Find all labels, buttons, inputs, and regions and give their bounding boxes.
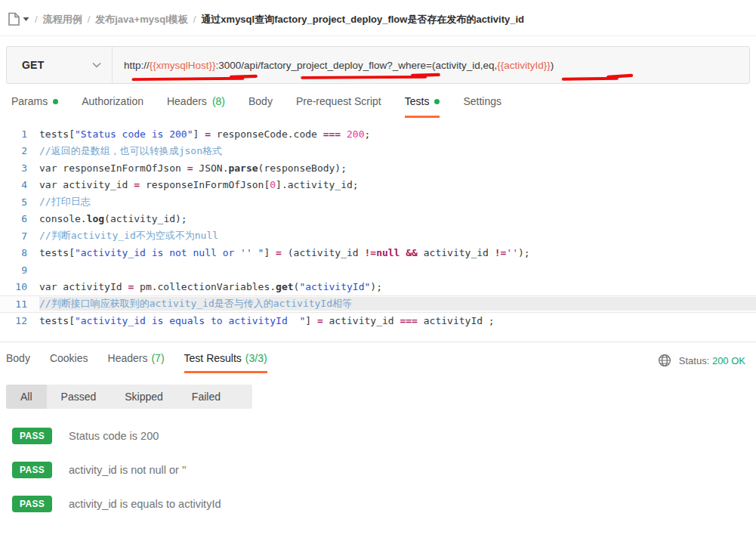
code-text: console.log(activity_id); <box>39 213 756 224</box>
status-label: Status: <box>679 355 709 366</box>
url-text: http:// <box>124 60 150 71</box>
tab-label: Body <box>6 352 30 364</box>
line-number: 1 <box>0 128 39 140</box>
caret-down-icon <box>23 17 29 22</box>
tab-body[interactable]: Body <box>248 95 273 118</box>
tab-pre-request-script[interactable]: Pre-request Script <box>296 95 381 118</box>
test-name: activity_id is not null or '' <box>69 464 186 476</box>
tab-label: Authorization <box>82 95 143 107</box>
tab-authorization[interactable]: Authorization <box>82 95 143 118</box>
method-label: GET <box>22 59 44 71</box>
line-number: 6 <box>0 213 39 224</box>
request-tabs: ParamsAuthorizationHeaders(8)BodyPre-req… <box>0 84 756 118</box>
line-number: 12 <box>0 315 39 326</box>
response-tabs: BodyCookiesHeaders(7)Test Results(3/3) <box>6 352 658 373</box>
line-number: 3 <box>0 162 39 174</box>
code-text: var responseInFormOfJson = JSON.parse(re… <box>39 162 756 174</box>
globe-icon <box>658 354 671 367</box>
breadcrumb-item-collection[interactable]: 流程用例 <box>43 13 82 26</box>
url-text: ) <box>551 60 554 71</box>
test-name: Status code is 200 <box>69 430 159 442</box>
tab-count: (8) <box>212 95 225 107</box>
code-line-2[interactable]: 2//返回的是数组，也可以转换成json格式 <box>0 143 756 160</box>
line-number: 9 <box>0 264 39 276</box>
tab-label: Headers <box>108 352 148 364</box>
test-result-filters: AllPassedSkippedFailed <box>6 385 252 409</box>
test-results-list: PASSStatus code is 200PASSactivity_id is… <box>0 428 756 512</box>
filter-all[interactable]: All <box>6 385 47 409</box>
test-name: activity_id is equals to activityId <box>69 498 221 510</box>
line-number: 8 <box>0 247 39 258</box>
tests-code-editor[interactable]: 1tests["Status code is 200"] = responseC… <box>0 125 756 329</box>
code-line-9[interactable]: 9 <box>0 261 756 279</box>
pass-badge: PASS <box>12 462 52 478</box>
breadcrumb: / 流程用例 / 发布java+mysql模板 / 通过xmysql查询fact… <box>0 0 756 36</box>
code-line-12[interactable]: 12tests["activity_id is equals to activi… <box>0 313 756 330</box>
code-line-4[interactable]: 4var activity_id = responseInFormOfJson[… <box>0 177 756 194</box>
tab-label: Test Results <box>184 352 242 364</box>
code-text: //返回的是数组，也可以转换成json格式 <box>39 144 756 158</box>
filter-skipped[interactable]: Skipped <box>110 385 177 409</box>
code-line-7[interactable]: 7//判断activity_id不为空或不为null <box>0 227 756 245</box>
code-text: //判断接口响应获取到的activity_id是否与传入的activityId相… <box>39 297 756 311</box>
tab-headers[interactable]: Headers(8) <box>167 95 225 118</box>
code-line-5[interactable]: 5//打印日志 <box>0 193 756 211</box>
line-number: 4 <box>0 179 39 190</box>
url-text: :3000/api/factory_project_deploy_flow?_w… <box>216 60 498 71</box>
test-result-row: PASSactivity_id is not null or '' <box>0 462 756 478</box>
line-number: 7 <box>0 230 39 242</box>
breadcrumb-separator: / <box>193 14 196 25</box>
tab-label: Pre-request Script <box>296 95 381 107</box>
pass-badge: PASS <box>12 428 52 444</box>
request-document-icon[interactable] <box>8 12 29 26</box>
response-tab-headers[interactable]: Headers(7) <box>108 352 165 373</box>
tab-label: Body <box>248 95 273 107</box>
status-value: 200 OK <box>712 355 745 366</box>
filter-passed[interactable]: Passed <box>47 385 111 409</box>
response-status: Status: 200 OK <box>658 352 745 367</box>
url-variable: {{xmysqlHost}} <box>150 60 216 71</box>
tab-label: Tests <box>405 95 430 107</box>
code-line-10[interactable]: 10var activityId = pm.collectionVariable… <box>0 279 756 296</box>
request-url-bar: GET http://{{xmysqlHost}}:3000/api/facto… <box>6 46 750 84</box>
tab-tests[interactable]: Tests <box>405 95 440 118</box>
breadcrumb-separator: / <box>88 14 91 25</box>
tab-settings[interactable]: Settings <box>463 95 501 118</box>
tab-label: Headers <box>167 95 207 107</box>
code-text: tests["Status code is 200"] = responseCo… <box>39 128 756 140</box>
code-text: //判断activity_id不为空或不为null <box>39 229 756 243</box>
code-text: tests["activity_id is not null or '' "] … <box>39 247 756 258</box>
tab-label: Settings <box>463 95 501 107</box>
doc-icon <box>8 12 20 26</box>
response-tab-body[interactable]: Body <box>6 352 30 373</box>
code-line-1[interactable]: 1tests["Status code is 200"] = responseC… <box>0 125 756 143</box>
green-dot-icon <box>53 99 58 104</box>
breadcrumb-item-folder[interactable]: 发布java+mysql模板 <box>95 13 187 26</box>
code-line-8[interactable]: 8tests["activity_id is not null or '' "]… <box>0 245 756 262</box>
code-text: //打印日志 <box>39 195 756 209</box>
tab-count: (7) <box>151 352 164 364</box>
green-dot-icon <box>434 99 440 104</box>
line-number: 5 <box>0 196 39 208</box>
code-line-3[interactable]: 3var responseInFormOfJson = JSON.parse(r… <box>0 159 756 177</box>
response-tab-test-results[interactable]: Test Results(3/3) <box>184 352 267 373</box>
breadcrumb-separator: / <box>35 14 38 25</box>
line-number: 10 <box>0 281 39 292</box>
pass-badge: PASS <box>12 496 52 512</box>
tab-label: Params <box>11 95 48 107</box>
code-text: tests["activity_id is equals to activity… <box>39 315 756 326</box>
filter-failed[interactable]: Failed <box>177 385 235 409</box>
tab-label: Cookies <box>50 352 88 364</box>
method-dropdown[interactable]: GET <box>7 47 113 83</box>
response-tab-cookies[interactable]: Cookies <box>50 352 88 373</box>
code-line-6[interactable]: 6console.log(activity_id); <box>0 211 756 228</box>
response-section-header: BodyCookiesHeaders(7)Test Results(3/3) S… <box>0 342 756 373</box>
request-title: 通过xmysql查询factory_project_deploy_flow是否存… <box>201 13 524 26</box>
line-number: 11 <box>0 298 39 310</box>
line-number: 2 <box>0 145 39 156</box>
code-line-11[interactable]: 11//判断接口响应获取到的activity_id是否与传入的activityI… <box>0 295 756 313</box>
tab-params[interactable]: Params <box>11 95 58 118</box>
code-text: var activityId = pm.collectionVariables.… <box>39 281 756 292</box>
url-input[interactable]: http://{{xmysqlHost}}:3000/api/factory_p… <box>113 60 749 71</box>
chevron-down-icon <box>92 62 101 68</box>
